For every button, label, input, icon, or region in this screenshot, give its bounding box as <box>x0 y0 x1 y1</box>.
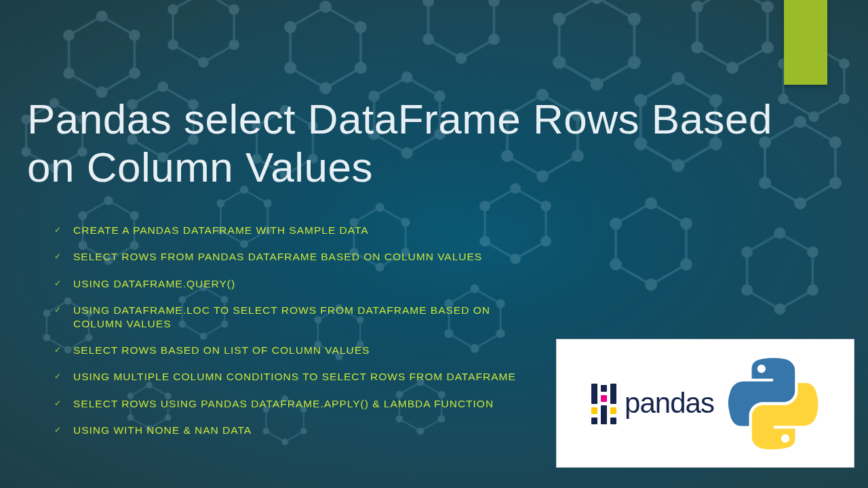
bullet-item: SELECT ROWS FROM PANDAS DATAFRAME BASED … <box>54 250 542 263</box>
bullet-item: USING DATAFRAME.QUERY() <box>54 277 542 290</box>
python-logo-icon <box>728 358 819 449</box>
accent-bar <box>784 0 827 85</box>
bullet-item: USING MULTIPLE COLUMN CONDITIONS TO SELE… <box>54 370 542 383</box>
bullet-item: USING WITH NONE & NAN DATA <box>54 424 542 436</box>
pandas-logo: pandas <box>591 382 714 424</box>
pandas-wordmark: pandas <box>625 387 714 420</box>
bullet-item: USING DATAFRAME.LOC TO SELECT ROWS FROM … <box>54 304 542 330</box>
presentation-slide: Pandas select DataFrame Rows Based on Co… <box>0 0 868 488</box>
slide-title: Pandas select DataFrame Rows Based on Co… <box>27 95 827 192</box>
bullet-item: SELECT ROWS BASED ON LIST OF COLUMN VALU… <box>54 344 542 357</box>
bullet-item: SELECT ROWS USING PANDAS DATAFRAME.APPLY… <box>54 397 542 410</box>
pandas-bars-icon <box>591 382 616 424</box>
bullet-list: CREATE A PANDAS DATAFRAME WITH SAMPLE DA… <box>54 224 542 450</box>
logo-card: pandas <box>556 339 854 468</box>
bullet-item: CREATE A PANDAS DATAFRAME WITH SAMPLE DA… <box>54 224 542 237</box>
